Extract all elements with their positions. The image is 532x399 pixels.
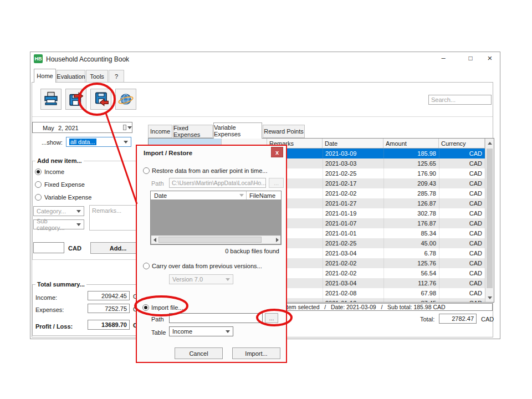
tab-tools[interactable]: Tools xyxy=(86,70,108,83)
title-bar: HB Household Accounting Book – □ × xyxy=(30,52,500,68)
list-column-date[interactable]: Date xyxy=(154,192,167,200)
list-column-filename[interactable]: FileName xyxy=(249,192,275,200)
column-header-date[interactable]: Date xyxy=(323,139,383,148)
scrollbar-thumb[interactable] xyxy=(487,149,493,288)
cell-amount: 126.87 xyxy=(383,198,439,208)
fixed-expense-radio-label: Fixed Expense xyxy=(44,181,85,188)
restore-radio[interactable] xyxy=(143,167,150,174)
import-browse-button[interactable]: ... xyxy=(265,313,278,323)
cell-date: 2021-03-04 xyxy=(323,278,383,288)
app-icon: HB xyxy=(34,54,43,63)
cell-amount: 6.78 xyxy=(383,248,439,258)
calendar-icon xyxy=(123,125,126,130)
cell-date: 2021-02-08 xyxy=(323,288,383,298)
column-header-amount[interactable]: Amount xyxy=(383,139,439,148)
cell-amount: 125.76 xyxy=(383,258,439,268)
cell-amount: 185.98 xyxy=(383,149,439,158)
cancel-button[interactable]: Cancel xyxy=(175,347,223,359)
date-picker[interactable]: May 2, 2021 xyxy=(32,122,132,133)
cell-amount: 45.00 xyxy=(383,238,439,248)
scroll-left-icon[interactable] xyxy=(151,236,158,244)
tab-income[interactable]: Income xyxy=(148,125,172,138)
cell-date: 2021-02-02 xyxy=(323,258,383,268)
cell-date: 2021-02-25 xyxy=(323,238,383,248)
chevron-down-icon xyxy=(76,210,81,213)
category-placeholder: Category... xyxy=(37,208,66,214)
search-input[interactable] xyxy=(428,95,492,105)
import-path-label: Path xyxy=(151,315,164,323)
minimize-button[interactable]: – xyxy=(434,52,453,65)
variable-expense-radio-label: Variable Expense xyxy=(44,193,91,201)
web-button[interactable] xyxy=(115,89,136,110)
cell-currency: CAD xyxy=(439,238,485,248)
show-value: all data... xyxy=(69,139,96,145)
scroll-up-icon[interactable] xyxy=(485,139,494,147)
cell-amount: 285.78 xyxy=(383,188,439,198)
cell-date: 2021-02-02 xyxy=(323,268,383,278)
close-button[interactable]: × xyxy=(480,52,499,65)
restore-path-label: Path xyxy=(151,180,164,187)
cell-currency: CAD xyxy=(439,278,485,288)
cell-currency: CAD xyxy=(439,198,485,208)
cell-currency: CAD xyxy=(439,298,485,302)
maximize-button[interactable]: □ xyxy=(461,52,480,65)
profit-loss-label: Profit / Loss: xyxy=(35,323,73,330)
carryover-radio[interactable] xyxy=(143,263,150,269)
date-day-year: 2, 2021 xyxy=(58,124,79,132)
fixed-expense-radio[interactable] xyxy=(35,181,42,188)
import-button[interactable]: Import... xyxy=(232,347,280,359)
subcategory-combobox[interactable]: Sub category... xyxy=(33,219,84,229)
variable-expense-radio[interactable] xyxy=(35,194,42,201)
cell-amount: 67.98 xyxy=(383,288,439,298)
import-table-combobox[interactable]: Income xyxy=(169,326,233,336)
cell-currency: CAD xyxy=(439,158,485,168)
version-value: Version 7.0 xyxy=(172,276,203,283)
cell-currency: CAD xyxy=(439,218,485,228)
hscrollbar-thumb[interactable] xyxy=(158,237,262,243)
tab-home[interactable]: Home xyxy=(34,69,56,83)
cell-amount: 85.34 xyxy=(383,228,439,238)
list-horizontal-scrollbar[interactable] xyxy=(151,236,280,244)
restore-path-value: C:\Users\Martin\AppData\Local\Ho... xyxy=(172,180,266,187)
cell-currency: CAD xyxy=(439,258,485,268)
cell-date: 2021-02-02 xyxy=(323,188,383,198)
tab-evaluation[interactable]: Evaluation xyxy=(57,70,85,83)
version-combobox: Version 7.0 xyxy=(169,274,233,284)
income-radio[interactable] xyxy=(35,168,42,175)
column-header-currency[interactable]: Currency xyxy=(439,139,485,148)
cell-currency: CAD xyxy=(439,149,485,158)
scroll-down-icon[interactable] xyxy=(485,293,494,302)
vertical-scrollbar[interactable] xyxy=(485,139,494,302)
chevron-down-icon xyxy=(127,126,132,129)
import-path-input[interactable] xyxy=(169,313,263,323)
export-backup-button[interactable] xyxy=(65,89,86,110)
cell-amount: 176.90 xyxy=(383,168,439,178)
dialog-title: Import / Restore xyxy=(144,150,192,156)
tab-variable-expenses[interactable]: Variable Expenses xyxy=(213,122,262,139)
calendar-dropdown-button[interactable] xyxy=(123,124,132,131)
window-title: Household Accounting Book xyxy=(46,55,129,63)
cell-currency: CAD xyxy=(439,188,485,198)
import-table-label: Table xyxy=(151,329,166,336)
cell-date: 2021-01-12 xyxy=(323,298,383,302)
tab-help[interactable]: ? xyxy=(109,70,124,83)
toolbar-separator xyxy=(32,116,493,117)
tab-fixed-expenses[interactable]: Fixed Expenses xyxy=(173,125,213,138)
cell-amount: 302.78 xyxy=(383,208,439,218)
cell-amount: 209.43 xyxy=(383,178,439,188)
cell-date: 2021-01-07 xyxy=(323,218,383,228)
import-file-button[interactable] xyxy=(90,89,111,110)
cell-date: 2021-03-09 xyxy=(323,149,383,158)
cell-currency: CAD xyxy=(439,168,485,178)
show-label: ...show: xyxy=(42,139,63,146)
backup-file-list[interactable]: Date FileName xyxy=(150,191,282,245)
tab-reward-points[interactable]: Reward Points xyxy=(263,125,305,138)
print-button[interactable] xyxy=(40,89,62,110)
dialog-close-button[interactable]: x xyxy=(271,147,283,157)
scroll-right-icon[interactable] xyxy=(274,236,280,244)
show-combobox[interactable]: all data... xyxy=(66,137,131,147)
cell-amount: 125.65 xyxy=(383,158,439,168)
amount-input[interactable] xyxy=(33,242,64,253)
category-combobox[interactable]: Category... xyxy=(33,206,84,216)
import-file-radio[interactable] xyxy=(142,304,149,311)
